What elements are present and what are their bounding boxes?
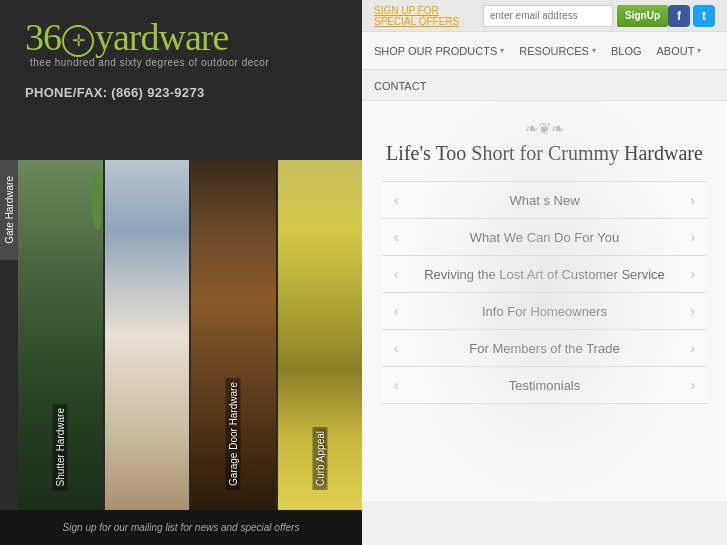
social-icons: f t (668, 5, 715, 27)
nav-resources-arrow: ▾ (592, 46, 596, 55)
top-bar: SIGN UP FOR SPECIAL OFFERS SignUp f t (362, 0, 727, 32)
garage-door-hardware-label: Garage Door Hardware (226, 378, 241, 490)
nav-shop-arrow: ▾ (500, 46, 504, 55)
left-panel: Gate Hardware 36yardware thee hundred an… (0, 0, 362, 545)
main-title: Life's Too Short for Crummy Hardware (382, 142, 707, 165)
menu-arrow-right-3: › (690, 266, 695, 282)
signup-special-offers-link[interactable]: SIGN UP FOR SPECIAL OFFERS (374, 5, 483, 27)
main-content: ❧❦❧ Life's Too Short for Crummy Hardware… (362, 101, 727, 501)
nav-blog[interactable]: BLOG (611, 45, 642, 57)
door-column[interactable] (105, 160, 190, 510)
nav-bar: SHOP OUR PRODUCTS ▾ RESOURCES ▾ BLOG ABO… (362, 32, 727, 70)
garage-door-hardware-column[interactable]: Garage Door Hardware (191, 160, 276, 510)
logo[interactable]: 36yardware (25, 18, 342, 57)
menu-item-what-we-can-do[interactable]: ‹ What We Can Do For You › (382, 218, 707, 256)
menu-item-text-3: Reviving the Lost Art of Customer Servic… (399, 267, 691, 282)
menu-arrow-right-6: › (690, 377, 695, 393)
curb-appeal-label: Curb Appeal (312, 427, 327, 490)
menu-item-text-1: What s New (399, 193, 691, 208)
right-panel: SIGN UP FOR SPECIAL OFFERS SignUp f t SH… (362, 0, 727, 545)
gate-hardware-tab[interactable]: Gate Hardware (0, 160, 18, 260)
shutter-hardware-column[interactable]: Shutter Hardware (18, 160, 103, 510)
menu-item-customer-service[interactable]: ‹ Reviving the Lost Art of Customer Serv… (382, 255, 707, 293)
facebook-icon[interactable]: f (668, 5, 690, 27)
curb-appeal-column[interactable]: Curb Appeal (278, 160, 363, 510)
menu-item-text-2: What We Can Do For You (399, 230, 691, 245)
contact-link[interactable]: CONTACT (374, 80, 426, 92)
contact-nav: CONTACT (362, 70, 727, 101)
logo-tagline: thee hundred and sixty degrees of outdoo… (30, 57, 342, 68)
logo-compass-icon (62, 25, 94, 57)
menu-item-text-6: Testimonials (399, 378, 691, 393)
menu-item-text-4: Info For Homeowners (399, 304, 691, 319)
logo-area: 36yardware thee hundred and sixty degree… (0, 0, 362, 73)
twitter-icon[interactable]: t (693, 5, 715, 27)
menu-arrow-right-5: › (690, 340, 695, 356)
signup-button[interactable]: SignUp (617, 5, 668, 27)
menu-item-trade-members[interactable]: ‹ For Members of the Trade › (382, 329, 707, 367)
phone-number: PHONE/FAX: (866) 923-9273 (0, 73, 362, 108)
email-form: SignUp (483, 5, 668, 27)
menu-item-homeowners[interactable]: ‹ Info For Homeowners › (382, 292, 707, 330)
menu-list: ‹ What s New › ‹ What We Can Do For You … (382, 181, 707, 404)
nav-shop-products[interactable]: SHOP OUR PRODUCTS ▾ (374, 45, 504, 57)
email-input[interactable] (483, 5, 613, 27)
nav-about-arrow: ▾ (697, 46, 701, 55)
ornament-decoration: ❧❦❧ (382, 119, 707, 138)
menu-item-whats-new[interactable]: ‹ What s New › (382, 181, 707, 219)
bottom-signup-bar[interactable]: Sign up for our mailing list for news an… (0, 510, 362, 545)
shutter-hardware-label: Shutter Hardware (53, 404, 68, 490)
menu-arrow-right-1: › (690, 192, 695, 208)
bottom-signup-text: Sign up for our mailing list for news an… (63, 522, 300, 533)
logo-suffix: yardware (95, 16, 228, 58)
menu-arrow-right-2: › (690, 229, 695, 245)
nav-about[interactable]: ABOUT ▾ (657, 45, 702, 57)
nav-resources[interactable]: RESOURCES ▾ (519, 45, 596, 57)
logo-prefix: 36 (25, 16, 61, 58)
menu-arrow-right-4: › (690, 303, 695, 319)
menu-item-testimonials[interactable]: ‹ Testimonials › (382, 366, 707, 404)
image-grid: Shutter Hardware Garage Door Hardware Cu… (18, 160, 362, 510)
menu-item-text-5: For Members of the Trade (399, 341, 691, 356)
